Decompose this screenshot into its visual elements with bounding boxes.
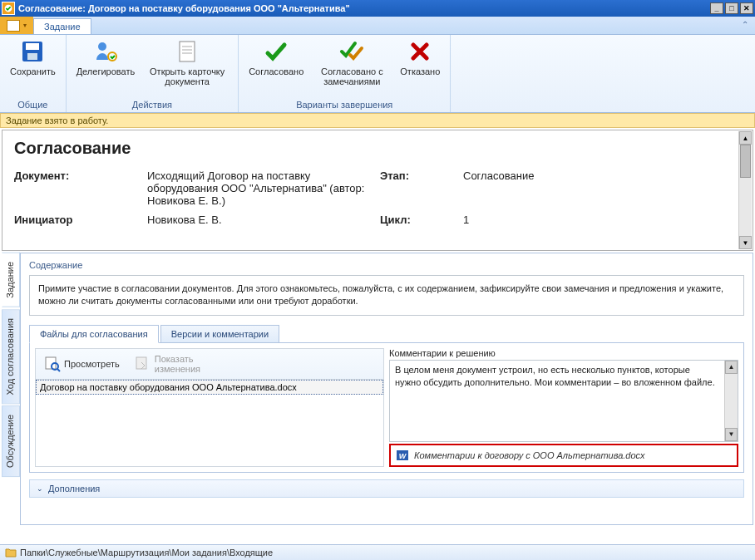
doc-value: Исходящий Договор на поставку оборудован… [147, 169, 380, 207]
breadcrumb[interactable]: Папки\Служебные\Маршрутизация\Мои задани… [0, 544, 755, 560]
save-icon [19, 38, 46, 65]
files-toolbar: Просмотреть Показать изменения [35, 348, 384, 380]
main-panel: Содержание Примите участие в согласовани… [20, 253, 753, 525]
ribbon-group-actions: Делегировать Открыть карточку документа … [67, 35, 239, 112]
stage-label: Этап: [380, 169, 463, 207]
save-button[interactable]: Сохранить [5, 37, 61, 78]
rejected-button[interactable]: Отказано [395, 37, 445, 78]
side-tab-task[interactable]: Задание [2, 253, 20, 307]
scroll-thumb[interactable] [740, 145, 751, 178]
info-area: Согласование Документ: Исходящий Договор… [2, 130, 753, 251]
cross-red-icon [407, 38, 433, 65]
show-changes-button-label: Показать изменения [155, 354, 213, 374]
page-title: Согласование [14, 139, 741, 158]
breadcrumb-path: Папки\Служебные\Маршрутизация\Мои задани… [20, 548, 273, 558]
inner-tab-files[interactable]: Файлы для согласования [29, 325, 159, 343]
info-panel: Согласование Документ: Исходящий Договор… [2, 130, 753, 250]
svg-rect-2 [26, 43, 39, 50]
doc-label: Документ: [14, 169, 147, 207]
stage-value: Согласование [463, 169, 629, 207]
scroll-up-icon[interactable]: ▲ [739, 131, 752, 145]
svg-rect-6 [180, 42, 195, 61]
rejected-button-label: Отказано [400, 66, 440, 76]
delegate-button-label: Делегировать [76, 66, 136, 76]
attachment-filename: Комментарии к договору с ООО Альтернатив… [414, 450, 645, 460]
approved-button[interactable]: Согласовано [244, 37, 308, 78]
scroll-up-icon[interactable]: ▲ [725, 361, 738, 374]
initiator-value: Новикова Е. В. [147, 214, 380, 226]
svg-rect-3 [27, 53, 37, 60]
quick-access-toolbar: ▾ [0, 17, 33, 34]
instructions-box: Примите участие в согласовании документо… [29, 275, 744, 316]
footer: Папки\Служебные\Маршрутизация\Мои задани… [0, 544, 755, 560]
approved-button-label: Согласовано [249, 66, 303, 76]
file-list: Договор на поставку оборудования ООО Аль… [35, 380, 384, 467]
inner-tabs: Файлы для согласования Версии и коммента… [29, 324, 744, 343]
collapse-ribbon-icon[interactable]: ⌃ [735, 17, 755, 34]
body-area: Задание Ход согласования Обсуждение Соде… [2, 253, 753, 525]
ribbon-group-actions-label: Действия [72, 98, 234, 112]
file-row[interactable]: Договор на поставку оборудования ООО Аль… [36, 380, 383, 395]
check-double-icon [338, 38, 365, 65]
open-card-button-label: Открыть карточку документа [146, 66, 228, 86]
check-green-icon [263, 38, 289, 65]
scroll-down-icon[interactable]: ▼ [725, 428, 738, 441]
info-scrollbar[interactable]: ▲ ▼ [738, 131, 752, 249]
comments-label: Комментарии к решению [389, 348, 738, 358]
cycle-label: Цикл: [380, 214, 463, 226]
side-tab-progress[interactable]: Ход согласования [2, 309, 20, 404]
comments-scrollbar[interactable]: ▲ ▼ [724, 361, 738, 441]
delegate-button[interactable]: Делегировать [72, 37, 141, 78]
ribbon: Сохранить Общие Делегировать Открыть кар… [0, 35, 755, 113]
chevron-down-icon: ⌄ [37, 484, 43, 493]
additions-bar[interactable]: ⌄ Дополнения [29, 479, 744, 498]
word-doc-icon: W [396, 449, 409, 462]
approved-remarks-button[interactable]: Согласовано с замечаниями [310, 37, 393, 88]
svg-point-5 [108, 52, 116, 61]
document-card-icon [174, 38, 200, 65]
maximize-button[interactable]: □ [725, 2, 738, 14]
comments-textarea[interactable]: В целом меня документ устроил, но есть н… [389, 360, 738, 442]
scroll-down-icon[interactable]: ▼ [739, 236, 752, 249]
side-tab-discussion[interactable]: Обсуждение [2, 405, 20, 477]
side-tabs: Задание Ход согласования Обсуждение [2, 253, 20, 525]
cycle-value: 1 [463, 214, 629, 226]
inner-tab-versions[interactable]: Версии и комментарии [160, 325, 279, 343]
additions-label: Дополнения [48, 484, 100, 494]
folder-icon [5, 548, 17, 558]
svg-line-12 [57, 369, 60, 371]
content-section-label: Содержание [29, 260, 744, 270]
app-icon [2, 2, 15, 15]
window-title: Согласование: Договор на поставку оборуд… [18, 3, 708, 13]
open-card-button[interactable]: Открыть карточку документа [141, 37, 233, 88]
save-button-label: Сохранить [10, 66, 56, 76]
close-button[interactable]: ✕ [740, 2, 753, 14]
ribbon-group-general-label: Общие [5, 98, 61, 112]
ribbon-group-general: Сохранить Общие [0, 35, 67, 112]
svg-rect-13 [136, 357, 146, 369]
comments-pane: Комментарии к решению В целом меня докум… [389, 348, 738, 467]
view-button-label: Просмотреть [64, 359, 120, 369]
approved-remarks-button-label: Согласовано с замечаниями [315, 66, 388, 86]
qat-dropdown-icon[interactable]: ▾ [23, 22, 27, 29]
qat-icon[interactable] [7, 20, 20, 32]
menu-strip: ▾ Задание ⌃ [0, 17, 755, 35]
magnifier-icon [44, 356, 61, 372]
show-changes-button: Показать изменения [128, 351, 220, 377]
ribbon-group-completion: Согласовано Согласовано с замечаниями От… [239, 35, 451, 112]
window-titlebar: Согласование: Договор на поставку оборуд… [0, 0, 755, 17]
view-button[interactable]: Просмотреть [37, 351, 126, 377]
changes-icon [135, 356, 151, 372]
tab-task[interactable]: Задание [33, 18, 91, 34]
ribbon-group-completion-label: Варианты завершения [244, 98, 445, 112]
delegate-icon [92, 38, 119, 65]
minimize-button[interactable]: _ [710, 2, 723, 14]
files-pane: Просмотреть Показать изменения Договор н… [35, 348, 384, 467]
attachment-box[interactable]: W Комментарии к договору с ООО Альтернат… [389, 444, 738, 467]
initiator-label: Инициатор [14, 214, 147, 226]
svg-point-4 [98, 42, 106, 51]
inner-content: Просмотреть Показать изменения Договор н… [29, 343, 744, 473]
comments-text: В целом меня документ устроил, но есть н… [395, 364, 733, 390]
status-message: Задание взято в работу. [0, 113, 755, 128]
